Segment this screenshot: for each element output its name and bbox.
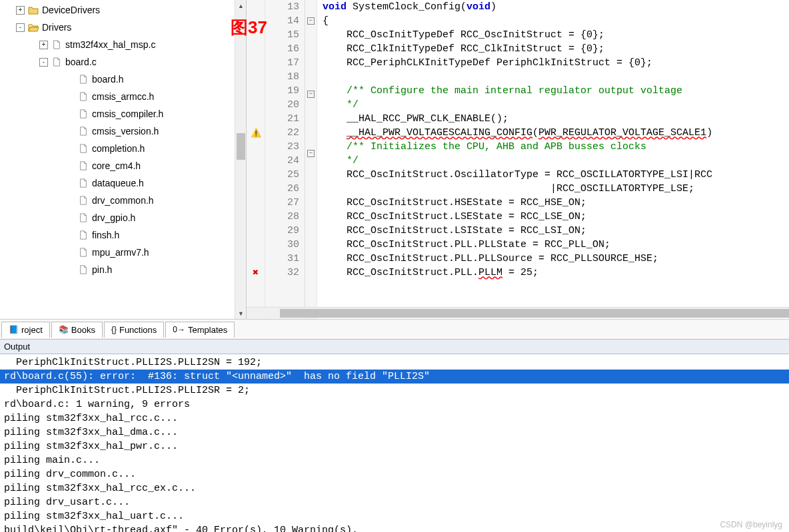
tree-item[interactable]: drv_common.h [0, 192, 246, 209]
code-line[interactable]: */ [323, 154, 789, 168]
code-line[interactable]: RCC_OscInitStruct.PLL.PLLM = 25; [323, 266, 789, 280]
bottom-tab[interactable]: 0→Templates [165, 322, 235, 338]
code-line[interactable]: RCC_OscInitStruct.OscillatorType = RCC_O… [323, 168, 789, 182]
fold-toggle-icon[interactable]: − [307, 150, 315, 157]
file-icon [77, 109, 89, 119]
error-icon: ✖ [253, 266, 259, 279]
code-line[interactable]: void SystemClock_Config(void) [323, 0, 789, 14]
tree-toggle-icon[interactable]: - [39, 58, 48, 67]
tree-item[interactable]: +DeviceDrivers [0, 1, 246, 19]
code-line[interactable]: RCC_OscInitStruct.PLL.PLLState = RCC_PLL… [323, 238, 789, 252]
fold-gutter[interactable]: −−− [305, 0, 317, 319]
line-number: 31 [265, 252, 299, 266]
tree-item[interactable]: +stm32f4xx_hal_msp.c [0, 36, 246, 53]
warning-icon: ⚠️ [251, 128, 261, 138]
code-line[interactable]: RCC_OscInitStruct.LSIState = RCC_LSI_ON; [323, 224, 789, 238]
output-line[interactable]: rd\board.c: 1 warning, 9 errors [0, 398, 789, 411]
output-line[interactable]: piling drv_usart.c... [0, 495, 789, 509]
tree-toggle-icon[interactable]: + [16, 6, 25, 15]
tree-item[interactable]: core_cm4.h [0, 157, 246, 174]
tree-item[interactable]: finsh.h [0, 226, 246, 244]
output-line[interactable]: build\keil\Obj\rt-thread.axf" - 40 Error… [0, 523, 789, 532]
code-line[interactable]: RCC_OscInitTypeDef RCC_OscInitStruct = {… [323, 28, 789, 42]
main-split: +DeviceDrivers-Drivers+stm32f4xx_hal_msp… [0, 0, 789, 320]
tree-item[interactable]: -board.c [0, 53, 246, 71]
tab-icon: 0→ [173, 325, 185, 334]
output-line[interactable]: piling stm32f3xx_hal_uart.c... [0, 509, 789, 523]
output-line[interactable]: rd\board.c(55): error: #136: struct "<un… [0, 370, 789, 384]
line-number: 25 [265, 168, 299, 182]
tree-item[interactable]: dataqueue.h [0, 174, 246, 192]
output-line[interactable]: piling stm32f3xx_hal_rcc_ex.c... [0, 481, 789, 495]
tree-scroll-thumb[interactable] [237, 133, 245, 160]
line-number: 28 [265, 210, 299, 224]
file-icon [77, 195, 89, 206]
bottom-tab[interactable]: {}Functions [104, 322, 164, 338]
line-number: 29 [265, 224, 299, 238]
output-line[interactable]: PeriphClkInitStruct.PLLI2S.PLLI2SN = 192… [0, 356, 789, 370]
code-line[interactable]: RCC_OscInitStruct.HSEState = RCC_HSE_ON; [323, 196, 789, 210]
code-editor[interactable]: ⚠️✖ 131415161718192021222324252627282930… [247, 0, 789, 319]
line-number: 26 [265, 182, 299, 196]
tree-item[interactable]: mpu_armv7.h [0, 244, 246, 261]
bottom-tab[interactable]: 📚Books [51, 322, 103, 338]
tree-scrollbar[interactable]: ▲ ▼ [235, 0, 246, 319]
tree-item[interactable]: drv_gpio.h [0, 209, 246, 226]
line-number: 22 [265, 126, 299, 140]
tree-item-label: DeviceDrivers [42, 5, 100, 15]
tree-item-label: cmsis_armcc.h [92, 91, 154, 102]
code-line[interactable]: __HAL_PWR_VOLTAGESCALING_CONFIG(PWR_REGU… [323, 126, 789, 140]
code-line[interactable]: RCC_OscInitStruct.LSEState = RCC_LSE_ON; [323, 210, 789, 224]
build-output[interactable]: PeriphClkInitStruct.PLLI2S.PLLI2SN = 192… [0, 354, 789, 532]
output-line[interactable]: piling stm32f3xx_hal_dma.c... [0, 425, 789, 439]
tab-label: Templates [188, 325, 227, 335]
code-line[interactable]: RCC_PeriphCLKInitTypeDef PeriphClkInitSt… [323, 56, 789, 70]
code-line[interactable]: __HAL_RCC_PWR_CLK_ENABLE(); [323, 112, 789, 126]
tree-item[interactable]: pin.h [0, 261, 246, 278]
code-area[interactable]: void SystemClock_Config(void){ RCC_OscIn… [317, 0, 789, 319]
output-line[interactable]: piling stm32f3xx_hal_rcc.c... [0, 411, 789, 425]
line-number: 30 [265, 238, 299, 252]
scroll-down-icon[interactable]: ▼ [235, 308, 247, 319]
tree-item-label: completion.h [92, 143, 145, 154]
file-icon [77, 126, 89, 136]
tab-label: Functions [119, 325, 157, 335]
code-line[interactable]: RCC_OscInitStruct.PLL.PLLSource = RCC_PL… [323, 252, 789, 266]
editor-hscroll[interactable] [247, 307, 789, 318]
editor-hscroll-thumb[interactable] [280, 309, 789, 318]
tab-icon: 📚 [59, 325, 69, 334]
scroll-up-icon[interactable]: ▲ [235, 0, 247, 11]
tree-item-label: board.c [65, 57, 97, 67]
file-icon [51, 57, 63, 67]
code-line[interactable]: RCC_ClkInitTypeDef RCC_ClkInitStruct = {… [323, 42, 789, 56]
tree-toggle-icon[interactable]: - [16, 23, 25, 32]
tree-toggle-icon[interactable]: + [39, 41, 48, 49]
output-line[interactable]: piling drv_common.c... [0, 467, 789, 481]
line-number: 20 [265, 98, 299, 112]
fold-toggle-icon[interactable]: − [307, 17, 315, 25]
file-icon [77, 247, 89, 258]
bottom-tab[interactable]: 📘roject [1, 322, 50, 338]
tree-item[interactable]: cmsis_armcc.h [0, 88, 246, 105]
code-line[interactable]: { [323, 14, 789, 28]
tree-item[interactable]: board.h [0, 71, 246, 88]
tree-item[interactable]: -Drivers [0, 19, 246, 36]
line-number: 14 [265, 14, 299, 28]
fold-toggle-icon[interactable]: − [307, 91, 315, 98]
code-line[interactable]: |RCC_OSCILLATORTYPE_LSE; [323, 182, 789, 196]
output-line[interactable]: piling main.c... [0, 453, 789, 467]
tree-item[interactable]: cmsis_version.h [0, 123, 246, 140]
code-line[interactable] [323, 70, 789, 84]
tree-item[interactable]: cmsis_compiler.h [0, 105, 246, 123]
code-line[interactable]: */ [323, 98, 789, 112]
output-line[interactable]: piling stm32f3xx_hal_pwr.c... [0, 439, 789, 453]
tree-item[interactable]: completion.h [0, 140, 246, 157]
project-tree[interactable]: +DeviceDrivers-Drivers+stm32f4xx_hal_msp… [0, 0, 247, 319]
line-number: 27 [265, 196, 299, 210]
line-number: 21 [265, 112, 299, 126]
code-line[interactable]: /** Initializes the CPU, AHB and APB bus… [323, 140, 789, 154]
tree-item-label: drv_gpio.h [92, 212, 135, 223]
tree-item-label: stm32f4xx_hal_msp.c [65, 39, 155, 50]
output-line[interactable]: PeriphClkInitStruct.PLLI2S.PLLI2SR = 2; [0, 384, 789, 398]
code-line[interactable]: /** Configure the main internal regulato… [323, 84, 789, 98]
